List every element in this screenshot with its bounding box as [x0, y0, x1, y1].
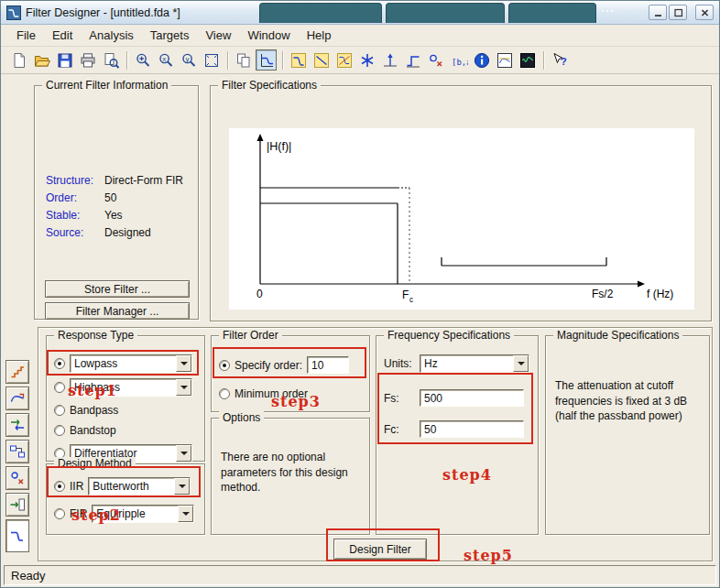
minimum-order-radio[interactable] [219, 388, 230, 399]
combobox-value: Lowpass [71, 355, 176, 372]
group-delay-icon[interactable] [356, 49, 377, 71]
filter-info-label: Stable: [46, 209, 104, 222]
panel-title: Options [219, 411, 264, 424]
menu-analysis[interactable]: Analysis [81, 26, 141, 45]
highpass-combobox[interactable]: Highpass [70, 378, 192, 397]
filter-information-icon[interactable] [471, 49, 492, 71]
save-icon[interactable] [54, 49, 75, 71]
x-axis-label: f (Hz) [647, 288, 673, 300]
open-file-icon[interactable] [31, 49, 52, 71]
response-option-highpass: Highpass [54, 378, 192, 397]
response-option-bandstop: Bandstop [54, 424, 116, 437]
chevron-down-icon[interactable] [176, 379, 191, 396]
whats-this-help-icon[interactable]: ? [549, 49, 570, 71]
pole-zero-editor-button[interactable] [5, 466, 29, 490]
fir-radio[interactable] [54, 508, 65, 519]
lowpass-combobox[interactable]: Lowpass [70, 354, 192, 373]
tick-fc-sub: c [409, 295, 414, 304]
menu-targets[interactable]: Targets [142, 26, 198, 45]
fc-input[interactable] [420, 420, 524, 438]
close-button[interactable] [695, 5, 714, 20]
lowpass-radio[interactable] [54, 358, 65, 369]
chevron-down-icon[interactable] [176, 445, 191, 462]
filter-spec-plot: |H(f)| 0 F c Fs/2 f (Hz) [229, 128, 694, 310]
zoom-x-icon[interactable]: x [155, 49, 176, 71]
zoom-in-icon[interactable] [132, 49, 153, 71]
menu-edit[interactable]: Edit [44, 26, 81, 45]
options-panel: Options There are no optional parameters… [211, 418, 370, 535]
field-label: Units: [384, 357, 415, 370]
status-text: Ready [11, 569, 46, 583]
options-text: There are no optional parameters for thi… [221, 450, 360, 495]
specify-order-radio[interactable] [219, 360, 230, 371]
filter-info-value: Direct-Form FIR [104, 174, 192, 187]
filter-specifications-icon[interactable] [256, 49, 277, 71]
new-document-icon[interactable] [8, 49, 29, 71]
units-combobox[interactable]: Hz [420, 354, 529, 373]
panel-title: Filter Specifications [218, 79, 321, 92]
magnitude-phase-response-icon[interactable] [333, 49, 355, 71]
menu-help[interactable]: Help [299, 26, 340, 45]
units-row: Units: Hz [384, 354, 529, 373]
radio-label: Bandpass [70, 404, 118, 417]
iir-radio[interactable] [54, 481, 65, 492]
chevron-down-icon[interactable] [178, 506, 193, 522]
radio-label: FIR [70, 507, 87, 520]
store-filter-button[interactable]: Store Filter ... [45, 280, 190, 298]
bandpass-radio[interactable] [54, 405, 65, 416]
status-bar: Ready [1, 563, 719, 587]
filter-manager-button[interactable]: Filter Manager ... [45, 302, 190, 320]
panel-title: Response Type [54, 329, 137, 342]
import-filter-button[interactable] [5, 493, 29, 517]
copy-icon[interactable] [233, 49, 254, 71]
background-window-dots [602, 10, 604, 12]
window-title: Filter Designer - [untitled.fda *] [26, 6, 180, 19]
chevron-down-icon[interactable] [513, 355, 529, 372]
filter-coefficients-icon[interactable]: [b,a] [448, 49, 469, 71]
print-icon[interactable] [77, 49, 98, 71]
title-bar[interactable]: Filter Designer - [untitled.fda *] [1, 1, 719, 25]
radio-label: IIR [70, 480, 83, 493]
menu-window[interactable]: Window [239, 26, 298, 45]
menu-file[interactable]: File [8, 26, 44, 45]
radio-label: Specify order: [235, 359, 302, 372]
print-preview-icon[interactable] [100, 49, 121, 71]
realize-model-button[interactable] [5, 440, 29, 463]
highpass-radio[interactable] [54, 382, 65, 393]
menu-view[interactable]: View [197, 26, 239, 45]
transform-filter-button[interactable] [5, 387, 29, 410]
set-quantization-parameters-button[interactable] [5, 360, 29, 384]
multirate-filter-button[interactable] [5, 413, 29, 437]
magnitude-response-icon[interactable] [288, 49, 309, 71]
design-filter-button[interactable]: Design Filter [333, 539, 427, 560]
zoom-y-icon[interactable]: y [178, 49, 199, 71]
design-method-iir: IIR Butterworth [54, 477, 191, 495]
chevron-down-icon[interactable] [174, 478, 190, 495]
minimum-order-row: Minimum order [219, 387, 308, 400]
bandstop-radio[interactable] [54, 425, 65, 436]
iir-method-combobox[interactable]: Butterworth [88, 477, 191, 495]
main-content: Current Filter Information Structure:Dir… [1, 74, 719, 563]
design-panel-frame: Response Type Lowpass Highpass [38, 327, 713, 561]
full-view-icon[interactable] [201, 49, 222, 71]
combobox-value: Highpass [71, 379, 176, 396]
maximize-button[interactable] [669, 5, 687, 20]
chevron-down-icon[interactable] [176, 355, 191, 372]
design-filter-panel-button[interactable] [5, 519, 29, 552]
filter-info-label: Source: [46, 226, 104, 239]
field-label: Fs: [384, 392, 415, 405]
minimize-button[interactable] [649, 5, 667, 20]
overlay-analysis-icon[interactable] [494, 49, 515, 71]
impulse-response-icon[interactable] [379, 49, 400, 71]
phase-response-icon[interactable] [311, 49, 332, 71]
filter-info-label: Order: [46, 191, 104, 204]
sptool-icon[interactable] [517, 49, 538, 71]
design-method-panel: Design Method IIR Butterworth FIR Equiri… [46, 463, 205, 535]
fs-input[interactable] [420, 389, 524, 407]
order-input[interactable] [307, 356, 349, 374]
svg-text:y: y [185, 54, 189, 62]
fir-method-combobox[interactable]: Equiripple [92, 505, 194, 523]
step-response-icon[interactable] [402, 49, 423, 71]
toolbar-separator [126, 51, 128, 70]
pole-zero-plot-icon[interactable] [425, 49, 446, 71]
